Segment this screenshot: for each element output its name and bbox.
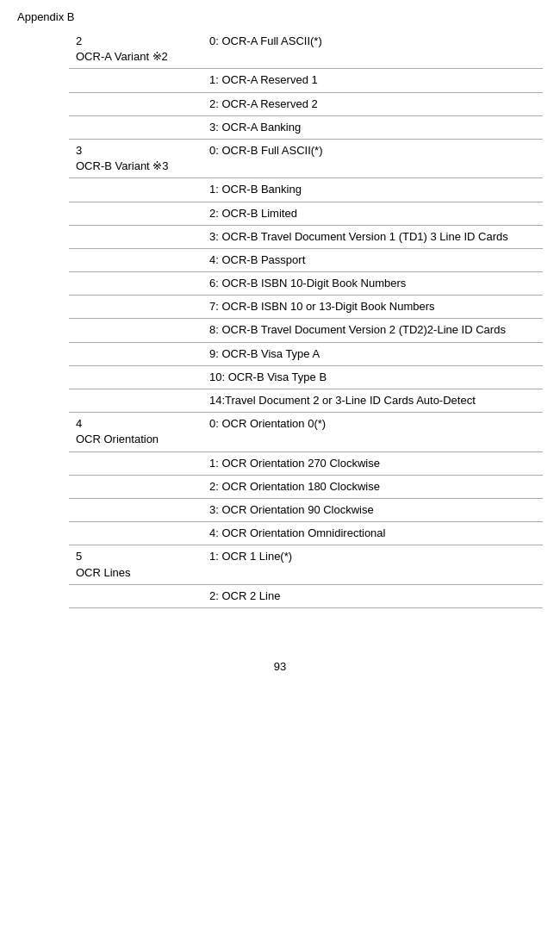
page-number: 93 (0, 643, 560, 682)
section-label-cell (69, 389, 202, 413)
table-row: 8: OCR-B Travel Document Version 2 (TD2)… (69, 319, 543, 342)
section-label-cell (69, 522, 202, 545)
table-row: 1: OCR-B Banking (69, 178, 543, 202)
table-row: 14:Travel Document 2 or 3-Line ID Cards … (69, 389, 543, 413)
header-title: Appendix B (0, 0, 560, 30)
section-value-cell: 9: OCR-B Visa Type A (202, 342, 543, 365)
table-row: 10: OCR-B Visa Type B (69, 365, 543, 389)
section-value-cell: 3: OCR Orientation 90 Clockwise (202, 498, 543, 521)
section-label-cell (69, 272, 202, 296)
table-row: 2: OCR-A Reserved 2 (69, 92, 543, 115)
table-row: 2: OCR 2 Line (69, 584, 543, 607)
page-header: Appendix B (0, 0, 560, 30)
section-label-cell (69, 498, 202, 521)
section-label-cell (69, 225, 202, 248)
table-row: 2OCR-A Variant ※20: OCR-A Full ASCII(*) (69, 30, 543, 69)
section-value-cell: 7: OCR-B ISBN 10 or 13-Digit Book Number… (202, 296, 543, 319)
section-label-cell (69, 178, 202, 202)
section-value-cell: 4: OCR-B Passport (202, 248, 543, 271)
section-value-cell: 0: OCR-A Full ASCII(*) (202, 30, 543, 69)
section-value-cell: 0: OCR Orientation 0(*) (202, 413, 543, 451)
section-label-cell (69, 475, 202, 498)
table-row: 2: OCR-B Limited (69, 202, 543, 225)
table-row: 3: OCR-A Banking (69, 115, 543, 139)
section-value-cell: 4: OCR Orientation Omnidirectional (202, 522, 543, 545)
section-value-cell: 2: OCR Orientation 180 Clockwise (202, 475, 543, 498)
section-value-cell: 3: OCR-B Travel Document Version 1 (TD1)… (202, 225, 543, 248)
table-row: 9: OCR-B Visa Type A (69, 342, 543, 365)
section-value-cell: 8: OCR-B Travel Document Version 2 (TD2)… (202, 319, 543, 342)
main-content: 2OCR-A Variant ※20: OCR-A Full ASCII(*)1… (0, 30, 560, 643)
section-value-cell: 14:Travel Document 2 or 3-Line ID Cards … (202, 389, 543, 413)
section-label-cell: 5OCR Lines (69, 545, 202, 584)
section-number: 2 (76, 34, 196, 49)
table-row: 4OCR Orientation0: OCR Orientation 0(*) (69, 413, 543, 451)
section-label-cell (69, 92, 202, 115)
section-number: 4 (76, 416, 196, 432)
table-row: 2: OCR Orientation 180 Clockwise (69, 475, 543, 498)
section-value-cell: 2: OCR 2 Line (202, 584, 543, 607)
section-value-cell: 3: OCR-A Banking (202, 115, 543, 139)
table-row: 4: OCR Orientation Omnidirectional (69, 522, 543, 545)
table-row: 3: OCR-B Travel Document Version 1 (TD1)… (69, 225, 543, 248)
section-label-cell (69, 296, 202, 319)
section-value-cell: 6: OCR-B ISBN 10-Digit Book Numbers (202, 272, 543, 296)
table-row: 1: OCR Orientation 270 Clockwise (69, 451, 543, 475)
section-label-cell (69, 248, 202, 271)
table-row: 4: OCR-B Passport (69, 248, 543, 271)
table-row: 1: OCR-A Reserved 1 (69, 69, 543, 92)
table-row: 3OCR-B Variant ※30: OCR-B Full ASCII(*) (69, 139, 543, 177)
section-label-cell: 4OCR Orientation (69, 413, 202, 451)
section-value-cell: 2: OCR-B Limited (202, 202, 543, 225)
section-label-cell (69, 365, 202, 389)
section-name: OCR Orientation (76, 433, 159, 445)
section-name: OCR-A Variant ※2 (76, 50, 168, 63)
section-value-cell: 2: OCR-A Reserved 2 (202, 92, 543, 115)
table-row: 6: OCR-B ISBN 10-Digit Book Numbers (69, 272, 543, 296)
section-value-cell: 1: OCR-B Banking (202, 178, 543, 202)
section-label-cell: 3OCR-B Variant ※3 (69, 139, 202, 177)
section-value-cell: 0: OCR-B Full ASCII(*) (202, 139, 543, 177)
table-row: 3: OCR Orientation 90 Clockwise (69, 498, 543, 521)
section-label-cell (69, 342, 202, 365)
section-label-cell (69, 319, 202, 342)
section-name: OCR Lines (76, 566, 131, 579)
section-name: OCR-B Variant ※3 (76, 159, 169, 172)
section-value-cell: 1: OCR-A Reserved 1 (202, 69, 543, 92)
section-value-cell: 10: OCR-B Visa Type B (202, 365, 543, 389)
section-label-cell (69, 115, 202, 139)
section-value-cell: 1: OCR Orientation 270 Clockwise (202, 451, 543, 475)
section-label-cell (69, 69, 202, 92)
section-label-cell (69, 202, 202, 225)
table-row: 7: OCR-B ISBN 10 or 13-Digit Book Number… (69, 296, 543, 319)
content-table: 2OCR-A Variant ※20: OCR-A Full ASCII(*)1… (69, 30, 543, 608)
section-label-cell: 2OCR-A Variant ※2 (69, 30, 202, 69)
table-row: 5OCR Lines1: OCR 1 Line(*) (69, 545, 543, 584)
section-number: 5 (76, 549, 196, 564)
section-number: 3 (76, 143, 196, 159)
section-value-cell: 1: OCR 1 Line(*) (202, 545, 543, 584)
section-label-cell (69, 584, 202, 607)
section-label-cell (69, 451, 202, 475)
